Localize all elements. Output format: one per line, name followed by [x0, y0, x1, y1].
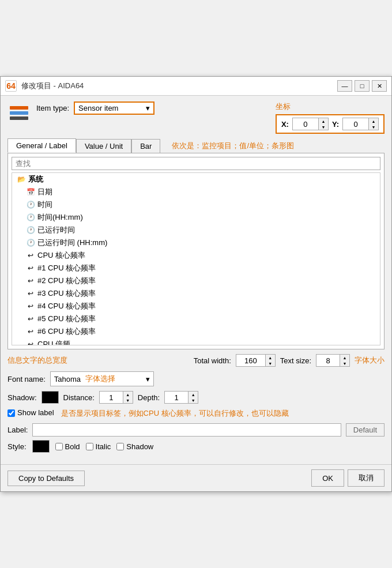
depth-up[interactable]: ▲ — [189, 392, 198, 397]
maximize-button[interactable]: □ — [355, 80, 370, 92]
clock-icon-1: 🕐 — [26, 201, 35, 209]
y-input-group: ▲ ▼ — [342, 118, 379, 130]
copy-defaults-button[interactable]: Copy to Defaults — [7, 471, 85, 486]
calendar-icon: 📅 — [26, 188, 35, 196]
x-spin-down[interactable]: ▼ — [319, 124, 328, 130]
item-type-dropdown[interactable]: Sensor item ▾ — [74, 101, 154, 115]
shadow-check-item: Shadow — [116, 442, 153, 451]
tab-general-label[interactable]: General / Label — [7, 138, 76, 153]
main-window: 64 修改项目 - AIDA64 — □ ✕ Item type: Se — [0, 76, 392, 492]
total-width-down[interactable]: ▼ — [266, 360, 275, 366]
tree-item-cpu-multi[interactable]: ↩ CPU 倍频 — [12, 338, 380, 345]
italic-label[interactable]: Italic — [96, 442, 111, 451]
tab-bar[interactable]: Bar — [131, 139, 160, 153]
cpu-icon-7: ↩ — [26, 328, 35, 336]
footer: Copy to Defaults OK 取消 — [1, 464, 391, 491]
text-size-down[interactable]: ▼ — [340, 360, 349, 366]
bold-checkbox[interactable] — [55, 443, 63, 450]
tree-item-time[interactable]: 🕐 时间 — [12, 198, 380, 211]
logo-stripe-3 — [10, 116, 28, 120]
y-label: Y: — [332, 120, 339, 129]
distance-input[interactable] — [100, 392, 123, 403]
logo-stripe-1 — [10, 106, 28, 110]
style-color-box[interactable] — [32, 440, 50, 453]
tree-item-date[interactable]: 📅 日期 — [12, 186, 380, 198]
shadow-color-box[interactable] — [42, 391, 59, 404]
y-spin-up[interactable]: ▲ — [369, 118, 378, 124]
width-textsize-row: 信息文字的总宽度 Total width: ▲ ▼ Text size: — [7, 354, 385, 367]
tree-item-cpu-freq[interactable]: ↩ CPU 核心频率 — [12, 249, 380, 262]
font-annotation: 字体选择 — [85, 374, 115, 384]
depth-input[interactable] — [165, 392, 188, 403]
x-input-group: ▲ ▼ — [292, 118, 329, 130]
x-spin-buttons: ▲ ▼ — [318, 118, 328, 130]
default-button[interactable]: Default — [346, 423, 385, 437]
shadow-style-checkbox[interactable] — [116, 443, 124, 450]
label-field-row: Label: Default — [7, 423, 385, 437]
label-field-label: Label: — [7, 426, 28, 434]
total-width-up[interactable]: ▲ — [266, 355, 275, 360]
text-size-up[interactable]: ▲ — [340, 355, 349, 360]
title-bar-buttons: — □ ✕ — [337, 80, 387, 92]
show-label-checkbox[interactable] — [7, 409, 15, 417]
tree-item-system[interactable]: 📂 系统 — [12, 173, 380, 186]
content-area: Item type: Sensor item ▾ 坐标 X: ▲ — [1, 96, 391, 462]
x-label: X: — [281, 120, 289, 129]
italic-check-item: Italic — [86, 442, 111, 451]
coord-annotation: 坐标 — [276, 101, 291, 112]
total-width-input-group: ▲ ▼ — [236, 354, 276, 367]
total-width-input[interactable] — [236, 355, 265, 366]
tree-item-cpu3-freq[interactable]: ↩ #3 CPU 核心频率 — [12, 287, 380, 300]
cpu-icon-8: ↩ — [26, 340, 35, 345]
bold-label[interactable]: Bold — [65, 442, 80, 451]
y-spin-down[interactable]: ▼ — [369, 124, 378, 130]
search-input[interactable] — [12, 157, 380, 170]
cpu-icon-3: ↩ — [26, 277, 35, 285]
close-button[interactable]: ✕ — [372, 80, 387, 92]
tree-item-cpu6-freq[interactable]: ↩ #6 CPU 核心频率 — [12, 325, 380, 338]
text-size-input-group: ▲ ▼ — [316, 354, 350, 367]
font-name-row: Font name: Tahoma 字体选择 ▾ — [7, 371, 385, 386]
tree-item-cpu2-freq[interactable]: ↩ #2 CPU 核心频率 — [12, 274, 380, 287]
item-type-label: Item type: — [36, 104, 69, 112]
tree-item-cpu4-freq[interactable]: ↩ #4 CPU 核心频率 — [12, 300, 380, 313]
tabs-row: General / Label Value / Unit Bar 依次是：监控项… — [7, 138, 385, 153]
show-label-text[interactable]: Show label — [17, 408, 54, 417]
shadow-row: Shadow: Distance: ▲ ▼ Depth: ▲ ▼ — [7, 391, 385, 404]
y-input[interactable] — [343, 119, 368, 130]
minimize-button[interactable]: — — [337, 80, 352, 92]
cpu-icon-2: ↩ — [26, 264, 35, 272]
cancel-button[interactable]: 取消 — [348, 469, 385, 487]
cpu-icon-1: ↩ — [26, 251, 35, 259]
title-bar: 64 修改项目 - AIDA64 — □ ✕ — [1, 77, 391, 96]
distance-down[interactable]: ▼ — [123, 397, 133, 403]
coord-box: X: ▲ ▼ Y: ▲ ▼ — [276, 114, 385, 134]
ok-button[interactable]: OK — [311, 469, 344, 487]
text-size-input[interactable] — [316, 355, 340, 366]
top-section: Item type: Sensor item ▾ 坐标 X: ▲ — [7, 101, 385, 134]
italic-checkbox[interactable] — [86, 443, 93, 450]
main-panel: 📂 系统 📅 日期 🕐 时间 🕐 时间(HH:mm) 🕐 已运行时 — [7, 153, 385, 349]
depth-down[interactable]: ▼ — [189, 397, 198, 403]
font-name-dropdown[interactable]: Tahoma 字体选择 ▾ — [50, 371, 154, 386]
x-spin-up[interactable]: ▲ — [319, 118, 328, 124]
logo-stripe-2 — [10, 111, 28, 115]
tree-item-time-hhmm[interactable]: 🕐 时间(HH:mm) — [12, 211, 380, 224]
folder-icon: 📂 — [17, 175, 26, 183]
tree-view[interactable]: 📂 系统 📅 日期 🕐 时间 🕐 时间(HH:mm) 🕐 已运行时 — [12, 172, 380, 345]
label-input[interactable] — [32, 423, 341, 437]
depth-input-group: ▲ ▼ — [164, 391, 198, 404]
x-input[interactable] — [293, 119, 318, 130]
distance-up[interactable]: ▲ — [123, 392, 133, 397]
shadow-style-label[interactable]: Shadow — [126, 442, 153, 451]
tab-value-unit[interactable]: Value / Unit — [76, 139, 131, 153]
cpu-icon-6: ↩ — [26, 315, 35, 323]
tree-item-cpu1-freq[interactable]: ↩ #1 CPU 核心频率 — [12, 262, 380, 274]
footer-left: Copy to Defaults — [7, 471, 311, 486]
clock-icon-4: 🕐 — [26, 239, 35, 247]
tree-item-uptime[interactable]: 🕐 已运行时间 — [12, 224, 380, 236]
show-label-annotation: 是否显示项目标签，例如CPU 核心频率，可以自行修改，也可以隐藏 — [61, 408, 289, 419]
style-label: Style: — [7, 442, 27, 451]
tree-item-cpu5-freq[interactable]: ↩ #5 CPU 核心频率 — [12, 313, 380, 325]
tree-item-uptime-hhmm[interactable]: 🕐 已运行时间 (HH:mm) — [12, 236, 380, 249]
